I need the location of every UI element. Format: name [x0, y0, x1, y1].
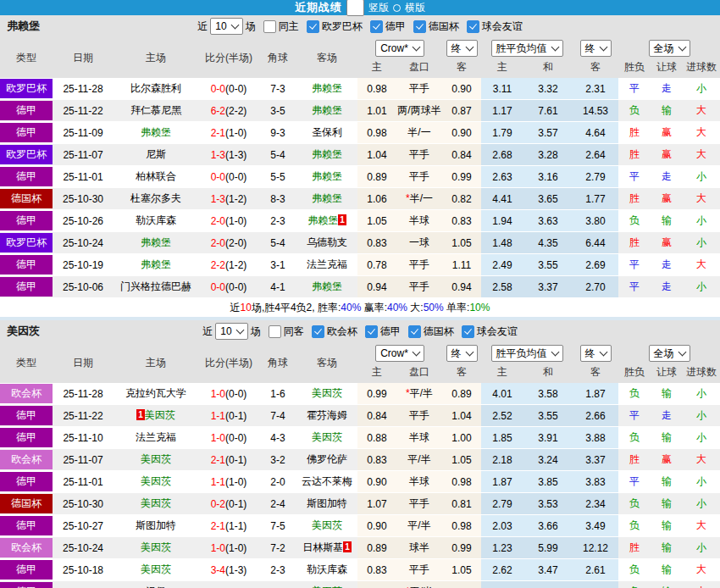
home-team[interactable]: 斯图加特 — [136, 519, 176, 531]
handicap-result: 输 — [651, 471, 683, 493]
horizontal-layout-radio[interactable] — [393, 4, 401, 12]
away-team[interactable]: 弗赖堡 — [312, 148, 342, 160]
away-odds: 0.81 — [442, 493, 481, 515]
league-checkbox[interactable] — [462, 325, 474, 338]
home-odds: 0.90 — [357, 471, 396, 493]
final-odds-select[interactable]: 终 — [446, 345, 478, 362]
away-team[interactable]: 日林斯基 — [302, 541, 343, 553]
wdl-average-select[interactable]: 胜平负均值 — [491, 345, 563, 362]
away-team[interactable]: 圣保利 — [312, 126, 342, 138]
home-team[interactable]: 美因茨 — [141, 497, 171, 509]
final-odds-select-2[interactable]: 终 — [580, 345, 612, 362]
avg-draw-odds: 3.67 — [523, 581, 573, 588]
away-team[interactable]: 弗赖堡 — [312, 192, 342, 204]
wdl-average-select[interactable]: 胜平负均值 — [491, 40, 563, 57]
same-side-checkbox[interactable] — [263, 20, 276, 33]
date-cell: 25-11-01 — [53, 471, 114, 493]
home-odds: 0.89 — [357, 166, 396, 188]
league-badge: 德甲 — [0, 255, 53, 275]
avg-lose-odds: 1.77 — [573, 188, 618, 210]
league-checkbox[interactable] — [408, 325, 421, 338]
section-header: 弗赖堡近10场同主欧罗巴杯德甲德国杯球会友谊类型日期主场比分(半场)角球客场Cr… — [0, 15, 720, 298]
league-checkbox[interactable] — [312, 325, 324, 338]
avg-win-odds: 3.11 — [481, 581, 523, 588]
home-team-cell: 法兰克福 — [114, 427, 198, 449]
match-row: 德甲25-10-05汉堡4-0(2-0)1-4美因茨0.98*平/半0.903.… — [0, 581, 720, 588]
match-row: 德甲25-11-09弗赖堡2-1(1-0)9-3圣保利0.98半/一0.901.… — [0, 122, 720, 144]
same-side-label: 同客 — [284, 325, 304, 339]
home-team[interactable]: 法兰克福 — [136, 431, 176, 443]
avg-lose-odds: 3.88 — [573, 427, 618, 449]
home-team[interactable]: 美因茨 — [141, 453, 171, 465]
recent-results-page: 近期战绩 竖版 横版 弗赖堡近10场同主欧罗巴杯德甲德国杯球会友谊类型日期主场比… — [0, 0, 720, 588]
home-team[interactable]: 比尔森胜利 — [130, 82, 181, 94]
scope-select[interactable]: 全场 — [649, 345, 690, 362]
home-team[interactable]: 门兴格拉德巴赫 — [120, 280, 191, 292]
horizontal-layout-label[interactable]: 横版 — [405, 1, 425, 15]
vertical-layout-label[interactable]: 竖版 — [368, 1, 389, 15]
away-team[interactable]: 佛罗伦萨 — [307, 453, 347, 465]
away-team[interactable]: 弗赖堡 — [312, 82, 342, 94]
vertical-layout-radio[interactable] — [346, 0, 364, 16]
away-team[interactable]: 法兰克福 — [307, 258, 347, 270]
home-team[interactable]: 杜塞尔多夫 — [130, 192, 181, 204]
home-team[interactable]: 美因茨 — [141, 541, 171, 553]
league-checkbox[interactable] — [370, 20, 383, 33]
odds-source-select[interactable]: Crow* — [375, 345, 424, 362]
home-team[interactable]: 美因茨 — [141, 563, 171, 575]
avg-lose-odds: 1.87 — [573, 383, 618, 405]
final-odds-select[interactable]: 终 — [446, 40, 478, 57]
away-team[interactable]: 霍芬海姆 — [307, 409, 347, 421]
away-team[interactable]: 弗赖堡 — [312, 104, 342, 116]
handicap: 平手 — [396, 405, 442, 427]
away-team[interactable]: 美因茨 — [312, 519, 342, 531]
away-team[interactable]: 云达不莱梅 — [302, 475, 352, 487]
away-team-cell: 云达不莱梅 — [296, 471, 357, 493]
away-team[interactable]: 弗赖堡 — [312, 280, 342, 292]
column-header: 日期 — [53, 342, 114, 383]
away-team[interactable]: 斯图加特 — [307, 497, 347, 509]
score-cell: 4-0(2-0) — [198, 581, 259, 588]
away-team[interactable]: 弗赖堡 — [312, 170, 342, 182]
home-team[interactable]: 弗赖堡 — [141, 258, 171, 270]
league-checkbox[interactable] — [307, 20, 319, 33]
avg-draw-odds: 3.91 — [523, 427, 573, 449]
home-team[interactable]: 柏林联合 — [136, 170, 176, 182]
league-cell: 欧会杯 — [0, 537, 53, 559]
home-team[interactable]: 美因茨 — [145, 409, 175, 421]
league-cell: 欧罗巴杯 — [0, 78, 53, 100]
away-team[interactable]: 美因茨 — [312, 431, 342, 443]
away-team[interactable]: 美因茨 — [312, 387, 342, 399]
goals-result: 大 — [683, 188, 720, 210]
scope-select[interactable]: 全场 — [649, 40, 690, 57]
league-cell: 欧会杯 — [0, 383, 53, 405]
home-team[interactable]: 弗赖堡 — [141, 126, 171, 138]
home-team[interactable]: 弗赖堡 — [141, 236, 171, 248]
final-odds-select-2[interactable]: 终 — [580, 40, 612, 57]
summary-segment: 场,胜4平4负2, 胜率: — [252, 301, 341, 315]
home-team[interactable]: 尼斯 — [146, 148, 166, 160]
column-header: 胜负 — [618, 59, 651, 78]
home-team[interactable]: 美因茨 — [141, 475, 171, 487]
home-team[interactable]: 克拉约瓦大学 — [125, 387, 186, 399]
odds-source-select[interactable]: Crow* — [375, 40, 424, 57]
near-label: 近 — [202, 325, 213, 339]
home-team[interactable]: 勒沃库森 — [136, 214, 176, 226]
home-team[interactable]: 拜仁慕尼黑 — [130, 104, 181, 116]
league-checkbox[interactable] — [467, 20, 479, 33]
league-checkbox[interactable] — [365, 325, 378, 338]
games-count-select[interactable]: 10 — [210, 18, 242, 35]
same-side-checkbox[interactable] — [269, 325, 281, 338]
away-team[interactable]: 勒沃库森 — [307, 563, 347, 575]
games-count-select[interactable]: 10 — [215, 323, 247, 340]
league-checkbox[interactable] — [413, 20, 426, 33]
handicap: 球半 — [396, 537, 442, 559]
away-odds: 1.00 — [442, 427, 481, 449]
home-team-cell: 斯图加特 — [114, 515, 198, 537]
away-team[interactable]: 乌德勒支 — [307, 236, 347, 248]
wdl-result: 负 — [618, 210, 651, 232]
league-cell: 欧罗巴杯 — [0, 232, 53, 254]
away-team[interactable]: 弗赖堡 — [307, 214, 338, 226]
score-cell: 2-1(1-1) — [198, 515, 259, 537]
date-cell: 25-10-24 — [53, 537, 114, 559]
